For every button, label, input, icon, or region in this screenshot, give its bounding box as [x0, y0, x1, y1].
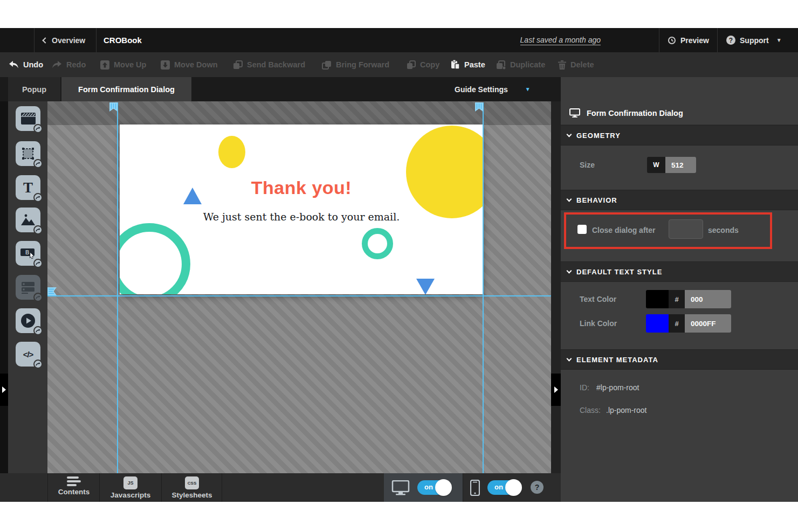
desktop-visibility-toggle[interactable]: on [417, 480, 451, 495]
chevron-down-icon [567, 132, 572, 137]
blue-triangle-down-shape [416, 279, 435, 294]
seconds-input[interactable] [669, 219, 703, 239]
copy-button[interactable]: Copy [407, 52, 439, 77]
guide-flag-icon[interactable] [475, 102, 483, 112]
drag-arrow-badge-icon [33, 259, 43, 268]
bring-forward-button[interactable]: Bring Forward [322, 52, 389, 77]
app-screen: Overview CROBook Last saved a month ago … [0, 0, 798, 532]
horizontal-guide[interactable] [47, 295, 551, 296]
geometry-section-header[interactable]: GEOMETRY [561, 125, 798, 146]
tab-popup[interactable]: Popup [8, 77, 60, 101]
redo-button[interactable]: Redo [52, 52, 86, 77]
left-collapsed-panel-strip [0, 101, 8, 473]
toggle-knob [505, 479, 522, 496]
width-value-input[interactable]: 512 [665, 157, 696, 173]
design-canvas[interactable]: Thank you! We just sent the e-book to yo… [47, 101, 551, 473]
expand-left-panel-button[interactable] [0, 374, 8, 406]
move-up-button[interactable]: Move Up [100, 52, 146, 77]
section-tool-icon [21, 113, 36, 125]
vertical-guide-left[interactable] [117, 102, 118, 473]
guide-flag-icon[interactable] [47, 287, 57, 295]
top-bar: Overview CROBook Last saved a month ago … [0, 28, 798, 52]
text-color-hex-input[interactable]: 000 [685, 290, 731, 308]
stylesheets-tab[interactable]: CSS Stylesheets [162, 473, 222, 502]
drag-arrow-badge-icon [33, 193, 43, 202]
widget-sidebar: T B [8, 101, 47, 473]
link-color-hex-input[interactable]: 0000FF [685, 314, 731, 333]
divider [99, 473, 100, 502]
move-down-button[interactable]: Move Down [161, 52, 218, 77]
link-color-swatch[interactable] [646, 314, 669, 333]
paste-icon [451, 60, 460, 70]
yellow-ellipse-shape [218, 136, 245, 168]
send-backward-button[interactable]: Send Backward [233, 52, 305, 77]
tab-form-confirmation-dialog[interactable]: Form Confirmation Dialog [61, 77, 191, 101]
mobile-visibility-toggle[interactable]: on [487, 480, 521, 495]
back-to-overview-button[interactable]: Overview [43, 28, 85, 52]
chevron-right-icon [2, 386, 6, 393]
redo-icon [52, 61, 62, 68]
contents-tab[interactable]: Contents [49, 473, 99, 502]
divider [717, 28, 718, 52]
drag-arrow-badge-icon [33, 225, 43, 234]
tool-custom-html[interactable]: </> [16, 342, 40, 367]
tool-video[interactable] [16, 308, 40, 333]
divider [222, 473, 222, 502]
video-tool-icon [20, 313, 36, 328]
drag-arrow-badge-icon [33, 124, 43, 133]
box-tool-icon [22, 147, 35, 160]
last-saved-status[interactable]: Last saved a month ago [520, 28, 601, 52]
element-metadata-section-header[interactable]: ELEMENT METADATA [561, 349, 798, 370]
close-dialog-checkbox[interactable] [577, 225, 587, 234]
code-tool-icon: </> [23, 350, 33, 359]
undo-button[interactable]: Undo [9, 52, 43, 77]
contents-list-icon [67, 476, 81, 486]
duplicate-button[interactable]: Duplicate [496, 52, 545, 77]
hash-label: # [669, 290, 685, 308]
class-label: Class: [580, 406, 601, 414]
drag-arrow-badge-icon [33, 360, 43, 369]
form-tool-icon [21, 281, 35, 294]
tool-text[interactable]: T [16, 175, 40, 200]
mobile-phone-icon [470, 480, 480, 496]
popup-body-text[interactable]: We just sent the e-book to your email. [120, 211, 483, 223]
popup-heading-text[interactable]: Thank you! [120, 177, 483, 198]
tool-box[interactable] [16, 141, 40, 166]
popup-dialog[interactable]: Thank you! We just sent the e-book to yo… [120, 125, 483, 294]
chevron-down-icon [567, 268, 572, 274]
expand-right-panel-button[interactable] [551, 374, 561, 406]
divider [659, 28, 659, 52]
id-value: #lp-pom-root [596, 383, 639, 392]
tool-image[interactable] [16, 208, 40, 232]
divider [96, 28, 97, 52]
support-menu-button[interactable]: ? Support ▼ [726, 28, 782, 52]
paste-button[interactable]: Paste [451, 52, 485, 77]
svg-text:B: B [25, 250, 29, 255]
help-button[interactable]: ? [531, 481, 544, 494]
vertical-guide-right[interactable] [483, 102, 484, 473]
tool-section[interactable] [16, 106, 40, 131]
duplicate-icon [496, 60, 506, 70]
class-value: .lp-pom-root [606, 406, 646, 414]
javascripts-tab[interactable]: JS Javascripts [100, 473, 161, 502]
close-dialog-label: Close dialog after [592, 226, 655, 234]
delete-button[interactable]: Delete [558, 52, 594, 77]
tool-form[interactable] [16, 275, 40, 300]
bottom-bar: Contents JS Javascripts CSS Stylesheets … [0, 473, 561, 502]
help-question-icon: ? [726, 36, 735, 45]
right-collapsed-strip [551, 101, 561, 473]
chevron-left-icon [42, 37, 48, 43]
guide-flag-icon[interactable] [109, 102, 118, 112]
tool-button[interactable]: B [16, 241, 40, 266]
edit-toolbar: Undo Redo Move Up Move Down Send Backwar… [0, 52, 798, 77]
width-unit-label: W [647, 157, 665, 173]
link-color-label: Link Color [580, 319, 617, 328]
preview-button[interactable]: Preview [668, 28, 709, 52]
size-label: Size [580, 161, 595, 169]
behavior-section-header[interactable]: BEHAVIOR [561, 190, 798, 210]
preview-icon [668, 36, 676, 45]
default-text-style-section-header[interactable]: DEFAULT TEXT STYLE [561, 261, 798, 282]
selected-element-header: Form Confirmation Dialog [561, 101, 798, 125]
guide-settings-button[interactable]: Guide Settings ▼ [455, 77, 531, 101]
text-color-swatch[interactable] [646, 290, 669, 308]
